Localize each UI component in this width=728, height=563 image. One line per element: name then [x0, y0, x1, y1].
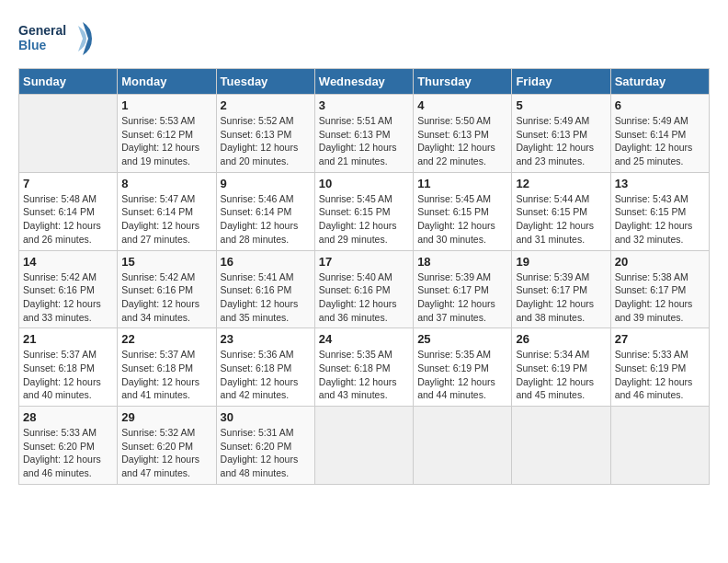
day-number: 4 [417, 98, 507, 112]
day-info: Sunrise: 5:36 AM Sunset: 6:18 PM Dayligh… [221, 348, 311, 402]
day-number: 2 [221, 98, 311, 112]
day-cell: 8Sunrise: 5:47 AM Sunset: 6:14 PM Daylig… [118, 172, 216, 250]
day-info: Sunrise: 5:45 AM Sunset: 6:15 PM Dayligh… [417, 192, 507, 247]
day-number: 25 [417, 332, 507, 346]
calendar-table: SundayMondayTuesdayWednesdayThursdayFrid… [18, 68, 710, 485]
day-info: Sunrise: 5:35 AM Sunset: 6:19 PM Dayligh… [417, 348, 507, 402]
day-cell: 7Sunrise: 5:48 AM Sunset: 6:14 PM Daylig… [19, 172, 118, 250]
day-cell: 23Sunrise: 5:36 AM Sunset: 6:18 PM Dayli… [216, 328, 314, 407]
day-number: 23 [221, 332, 311, 346]
column-header-saturday: Saturday [610, 69, 709, 95]
day-cell: 27Sunrise: 5:33 AM Sunset: 6:19 PM Dayli… [610, 328, 709, 407]
day-number: 12 [516, 177, 606, 190]
day-info: Sunrise: 5:49 AM Sunset: 6:13 PM Dayligh… [516, 114, 606, 168]
day-cell [610, 407, 709, 485]
week-row-5: 28Sunrise: 5:33 AM Sunset: 6:20 PM Dayli… [19, 407, 710, 485]
day-info: Sunrise: 5:48 AM Sunset: 6:14 PM Dayligh… [23, 192, 113, 247]
page-header: General Blue [18, 18, 710, 59]
day-cell: 5Sunrise: 5:49 AM Sunset: 6:13 PM Daylig… [512, 95, 610, 173]
day-info: Sunrise: 5:34 AM Sunset: 6:19 PM Dayligh… [516, 348, 606, 402]
logo-icon: General Blue [18, 18, 92, 59]
day-number: 27 [615, 332, 705, 346]
day-cell: 21Sunrise: 5:37 AM Sunset: 6:18 PM Dayli… [19, 328, 118, 407]
day-cell [19, 95, 118, 173]
day-number: 28 [23, 410, 113, 424]
day-number: 5 [516, 98, 606, 112]
day-number: 11 [417, 177, 507, 190]
day-info: Sunrise: 5:41 AM Sunset: 6:16 PM Dayligh… [221, 270, 311, 325]
day-number: 13 [615, 177, 705, 190]
day-number: 19 [516, 255, 606, 269]
column-header-monday: Monday [118, 69, 216, 95]
day-number: 8 [121, 177, 211, 190]
week-row-2: 7Sunrise: 5:48 AM Sunset: 6:14 PM Daylig… [19, 172, 710, 250]
day-info: Sunrise: 5:47 AM Sunset: 6:14 PM Dayligh… [121, 192, 211, 247]
column-header-friday: Friday [512, 69, 610, 95]
day-number: 3 [319, 98, 409, 112]
day-cell: 9Sunrise: 5:46 AM Sunset: 6:14 PM Daylig… [216, 172, 314, 250]
day-info: Sunrise: 5:35 AM Sunset: 6:18 PM Dayligh… [319, 348, 409, 402]
column-header-thursday: Thursday [414, 69, 512, 95]
day-info: Sunrise: 5:33 AM Sunset: 6:20 PM Dayligh… [23, 426, 113, 480]
day-info: Sunrise: 5:42 AM Sunset: 6:16 PM Dayligh… [23, 270, 113, 325]
day-info: Sunrise: 5:44 AM Sunset: 6:15 PM Dayligh… [516, 192, 606, 247]
day-cell: 24Sunrise: 5:35 AM Sunset: 6:18 PM Dayli… [314, 328, 413, 407]
day-cell: 11Sunrise: 5:45 AM Sunset: 6:15 PM Dayli… [414, 172, 512, 250]
day-cell: 12Sunrise: 5:44 AM Sunset: 6:15 PM Dayli… [512, 172, 610, 250]
day-info: Sunrise: 5:32 AM Sunset: 6:20 PM Dayligh… [121, 426, 211, 480]
week-row-1: 1Sunrise: 5:53 AM Sunset: 6:12 PM Daylig… [19, 95, 710, 173]
day-cell: 4Sunrise: 5:50 AM Sunset: 6:13 PM Daylig… [414, 95, 512, 173]
day-info: Sunrise: 5:37 AM Sunset: 6:18 PM Dayligh… [23, 348, 113, 402]
day-number: 6 [615, 98, 705, 112]
day-info: Sunrise: 5:52 AM Sunset: 6:13 PM Dayligh… [221, 114, 311, 168]
day-cell: 19Sunrise: 5:39 AM Sunset: 6:17 PM Dayli… [512, 250, 610, 328]
day-cell [314, 407, 413, 485]
day-info: Sunrise: 5:51 AM Sunset: 6:13 PM Dayligh… [319, 114, 409, 168]
day-cell: 22Sunrise: 5:37 AM Sunset: 6:18 PM Dayli… [118, 328, 216, 407]
day-number: 21 [23, 332, 113, 346]
day-cell: 3Sunrise: 5:51 AM Sunset: 6:13 PM Daylig… [314, 95, 413, 173]
column-header-wednesday: Wednesday [314, 69, 413, 95]
day-number: 10 [319, 177, 409, 190]
svg-text:General: General [18, 23, 66, 38]
day-number: 20 [615, 255, 705, 269]
day-number: 17 [319, 255, 409, 269]
logo: General Blue [18, 18, 92, 59]
day-number: 7 [23, 177, 113, 190]
day-number: 16 [221, 255, 311, 269]
week-row-4: 21Sunrise: 5:37 AM Sunset: 6:18 PM Dayli… [19, 328, 710, 407]
day-cell: 6Sunrise: 5:49 AM Sunset: 6:14 PM Daylig… [610, 95, 709, 173]
day-cell [512, 407, 610, 485]
day-number: 24 [319, 332, 409, 346]
day-cell: 30Sunrise: 5:31 AM Sunset: 6:20 PM Dayli… [216, 407, 314, 485]
day-number: 1 [121, 98, 211, 112]
day-info: Sunrise: 5:39 AM Sunset: 6:17 PM Dayligh… [516, 270, 606, 325]
day-cell: 16Sunrise: 5:41 AM Sunset: 6:16 PM Dayli… [216, 250, 314, 328]
day-cell: 13Sunrise: 5:43 AM Sunset: 6:15 PM Dayli… [610, 172, 709, 250]
day-info: Sunrise: 5:33 AM Sunset: 6:19 PM Dayligh… [615, 348, 705, 402]
calendar-header-row: SundayMondayTuesdayWednesdayThursdayFrid… [19, 69, 710, 95]
day-cell: 10Sunrise: 5:45 AM Sunset: 6:15 PM Dayli… [314, 172, 413, 250]
day-info: Sunrise: 5:43 AM Sunset: 6:15 PM Dayligh… [615, 192, 705, 247]
week-row-3: 14Sunrise: 5:42 AM Sunset: 6:16 PM Dayli… [19, 250, 710, 328]
day-info: Sunrise: 5:40 AM Sunset: 6:16 PM Dayligh… [319, 270, 409, 325]
day-info: Sunrise: 5:46 AM Sunset: 6:14 PM Dayligh… [221, 192, 311, 247]
day-cell: 15Sunrise: 5:42 AM Sunset: 6:16 PM Dayli… [118, 250, 216, 328]
day-cell: 2Sunrise: 5:52 AM Sunset: 6:13 PM Daylig… [216, 95, 314, 173]
day-cell: 28Sunrise: 5:33 AM Sunset: 6:20 PM Dayli… [19, 407, 118, 485]
svg-text:Blue: Blue [18, 38, 47, 52]
day-number: 22 [121, 332, 211, 346]
day-info: Sunrise: 5:50 AM Sunset: 6:13 PM Dayligh… [417, 114, 507, 168]
day-number: 9 [221, 177, 311, 190]
day-cell: 17Sunrise: 5:40 AM Sunset: 6:16 PM Dayli… [314, 250, 413, 328]
day-info: Sunrise: 5:38 AM Sunset: 6:17 PM Dayligh… [615, 270, 705, 325]
day-info: Sunrise: 5:49 AM Sunset: 6:14 PM Dayligh… [615, 114, 705, 168]
day-cell [414, 407, 512, 485]
day-cell: 1Sunrise: 5:53 AM Sunset: 6:12 PM Daylig… [118, 95, 216, 173]
column-header-sunday: Sunday [19, 69, 118, 95]
day-cell: 26Sunrise: 5:34 AM Sunset: 6:19 PM Dayli… [512, 328, 610, 407]
day-number: 15 [121, 255, 211, 269]
day-cell: 25Sunrise: 5:35 AM Sunset: 6:19 PM Dayli… [414, 328, 512, 407]
day-cell: 14Sunrise: 5:42 AM Sunset: 6:16 PM Dayli… [19, 250, 118, 328]
day-info: Sunrise: 5:45 AM Sunset: 6:15 PM Dayligh… [319, 192, 409, 247]
